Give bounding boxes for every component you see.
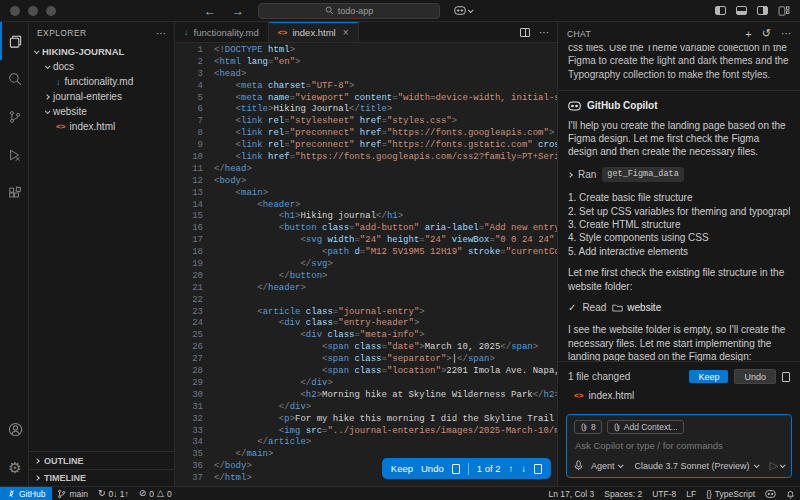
copilot-status[interactable] — [760, 487, 781, 500]
changed-file-row[interactable]: <> index.html — [574, 390, 790, 401]
indentation-indicator[interactable]: Spaces: 2 — [599, 487, 647, 500]
command-center-search[interactable]: todo-app — [258, 3, 440, 19]
keep-all-button[interactable]: Keep — [689, 370, 728, 383]
accounts-icon[interactable] — [0, 410, 28, 448]
code-line[interactable]: 13 <main> — [175, 188, 557, 200]
send-button[interactable]: ▷ — [770, 459, 784, 472]
mode-selector[interactable]: Agent — [591, 461, 623, 471]
undo-change-button[interactable]: Undo — [421, 463, 444, 474]
code-area[interactable]: 1<!DOCTYPE html>2<html lang="en">3<head>… — [175, 43, 557, 486]
code-line[interactable]: 30 <h2>Morning hike at Skyline Wildernes… — [175, 390, 557, 402]
code-line[interactable]: 7 <link rel="stylesheet" href="styles.cs… — [175, 116, 557, 128]
tab-functionality-md[interactable]: ↓ functionality.md — [175, 22, 269, 42]
undo-all-button[interactable]: Undo — [734, 369, 776, 384]
read-target-link[interactable]: website — [627, 301, 661, 314]
code-line[interactable]: 4 <meta charset="UTF-8"> — [175, 81, 557, 93]
keep-change-button[interactable]: Keep — [391, 463, 413, 474]
code-line[interactable]: 10 <link href="https://fonts.googleapis.… — [175, 152, 557, 164]
tab-index-html[interactable]: <> index.html × — [269, 22, 359, 42]
new-chat-button[interactable]: + — [745, 28, 751, 40]
code-line[interactable]: 20 </button> — [175, 271, 557, 283]
code-line[interactable]: 16 <button class="add-button" aria-label… — [175, 223, 557, 235]
outline-section[interactable]: OUTLINE — [29, 452, 174, 469]
tree-item-index-html[interactable]: <>index.html — [29, 119, 174, 134]
code-line[interactable]: 31 </div> — [175, 402, 557, 414]
code-line[interactable]: 12<body> — [175, 176, 557, 188]
code-line[interactable]: 5 <meta name="viewport" content="width=d… — [175, 93, 557, 105]
code-line[interactable]: 24 <div class="entry-header"> — [175, 318, 557, 330]
open-diff-icon[interactable] — [452, 464, 460, 474]
settings-gear-icon[interactable]: ⚙ — [0, 448, 28, 486]
language-indicator[interactable]: {} TypeScript — [701, 487, 760, 500]
code-line[interactable]: 25 <div class="meta-info"> — [175, 330, 557, 342]
toggle-panel-button[interactable] — [736, 6, 747, 15]
source-control-view-icon[interactable] — [0, 98, 28, 136]
timeline-section[interactable]: TIMELINE — [29, 469, 174, 486]
remote-indicator[interactable]: GitHub — [0, 487, 52, 500]
previous-change-button[interactable]: ↑ — [509, 463, 514, 474]
maximize-window-button[interactable] — [46, 6, 56, 16]
chat-more-actions-button[interactable]: ··· — [781, 28, 791, 39]
encoding-indicator[interactable]: UTF-8 — [647, 487, 681, 500]
code-line[interactable]: 9 <link rel="preconnect" href="https://f… — [175, 140, 557, 152]
tree-item-journal-enteries[interactable]: journal-enteries — [29, 89, 174, 104]
code-line[interactable]: 15 <h1>Hiking journal</h1> — [175, 211, 557, 223]
chat-messages[interactable]: css files. Use the Theme variable collec… — [558, 45, 800, 361]
minimize-window-button[interactable] — [28, 6, 38, 16]
code-line[interactable]: 32 <p>For my hike this morning I did the… — [175, 414, 557, 426]
open-changes-icon[interactable] — [534, 464, 542, 474]
read-step-row[interactable]: ✓ Read website — [568, 301, 790, 314]
code-line[interactable]: 22 — [175, 295, 557, 307]
code-line[interactable]: 34 </article> — [175, 437, 557, 449]
explorer-more-actions-button[interactable]: ··· — [156, 28, 166, 39]
code-line[interactable]: 29 </div> — [175, 378, 557, 390]
code-line[interactable]: 2<html lang="en"> — [175, 57, 557, 69]
tree-item-functionality-md[interactable]: ↓functionality.md — [29, 74, 174, 89]
code-line[interactable]: 3<head> — [175, 69, 557, 81]
code-line[interactable]: 11</head> — [175, 164, 557, 176]
customize-layout-button[interactable] — [778, 6, 790, 16]
branch-indicator[interactable]: main — [52, 487, 92, 500]
extensions-view-icon[interactable] — [0, 174, 28, 212]
problems-indicator[interactable]: ⊘ 0 △ 0 — [134, 487, 177, 500]
explorer-view-icon[interactable] — [0, 22, 28, 60]
forward-button[interactable]: → — [232, 4, 244, 18]
cursor-position[interactable]: Ln 17, Col 3 — [543, 487, 599, 500]
attachments-chip[interactable]: 8 — [574, 420, 602, 434]
tree-item-docs[interactable]: docs — [29, 59, 174, 74]
close-window-button[interactable] — [10, 6, 20, 16]
run-debug-view-icon[interactable] — [0, 136, 28, 174]
back-button[interactable]: ← — [204, 4, 216, 18]
code-line[interactable]: 8 <link rel="preconnect" href="https://f… — [175, 128, 557, 140]
code-line[interactable]: 17 <svg width="24" height="24" viewBox="… — [175, 235, 557, 247]
code-line[interactable]: 14 <header> — [175, 200, 557, 212]
code-line[interactable]: 21 </header> — [175, 283, 557, 295]
eol-indicator[interactable]: LF — [681, 487, 701, 500]
tool-run-row[interactable]: Ran get_Figma_data — [568, 167, 790, 182]
code-line[interactable]: 33 <img src="../journal-enteries/images/… — [175, 426, 557, 438]
chat-input-box[interactable]: 8 Add Context... Ask Copilot or type / f… — [566, 414, 792, 478]
sync-indicator[interactable]: ↻ 0↓ 1↑ — [93, 487, 134, 500]
microphone-icon[interactable] — [574, 460, 583, 471]
code-line[interactable]: 28 <span class="location">2201 Imola Ave… — [175, 366, 557, 378]
notifications-bell[interactable] — [781, 487, 800, 500]
code-line[interactable]: 18 <path d="M12 5V19M5 12H19" stroke="cu… — [175, 247, 557, 259]
code-line[interactable]: 23 <article class="journal-entry"> — [175, 307, 557, 319]
tree-root-hiking-journal[interactable]: HIKING-JOURNAL — [29, 44, 174, 59]
copilot-menu-button[interactable] — [454, 6, 472, 15]
code-line[interactable]: 27 <span class="separator">|</span> — [175, 354, 557, 366]
toggle-primary-sidebar-button[interactable] — [715, 6, 726, 15]
editor-more-actions-button[interactable]: ··· — [539, 27, 549, 38]
chat-history-button[interactable]: ↺ — [762, 27, 771, 40]
split-editor-button[interactable] — [520, 28, 530, 37]
search-view-icon[interactable] — [0, 60, 28, 98]
add-context-chip[interactable]: Add Context... — [607, 420, 684, 434]
toggle-secondary-sidebar-button[interactable] — [757, 6, 768, 15]
code-line[interactable]: 6 <title>Hiking Journal</title> — [175, 104, 557, 116]
view-changes-icon[interactable] — [782, 372, 790, 382]
tree-item-website[interactable]: website — [29, 104, 174, 119]
close-tab-icon[interactable]: × — [343, 27, 349, 38]
code-line[interactable]: 19 </svg> — [175, 259, 557, 271]
code-line[interactable]: 1<!DOCTYPE html> — [175, 45, 557, 57]
next-change-button[interactable]: ↓ — [521, 463, 526, 474]
